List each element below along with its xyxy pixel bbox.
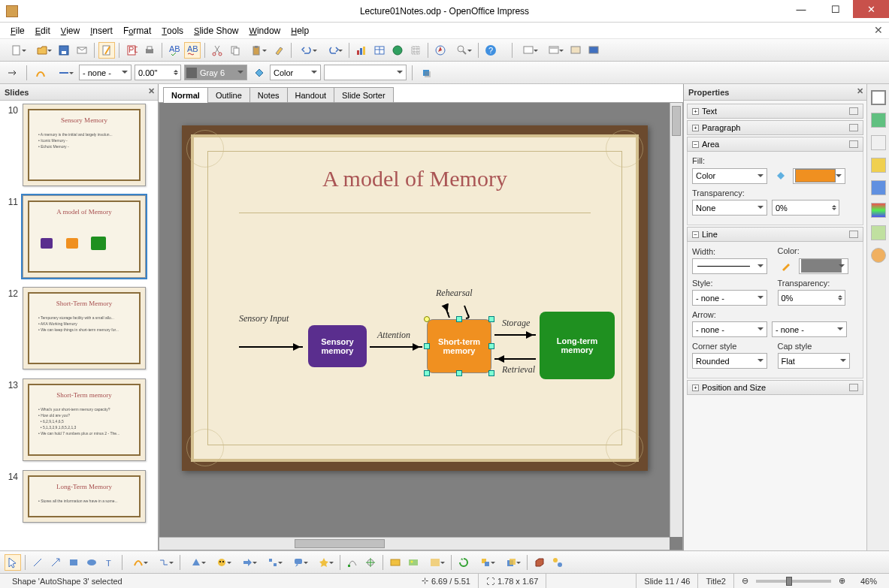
box-short-term-memory[interactable]: Short-term memory [427,319,491,373]
resize-handle-sw[interactable] [424,370,430,376]
zoom-thumb[interactable] [786,577,792,586]
sidetab-navigator[interactable] [871,225,886,240]
callout-tool[interactable] [286,554,310,571]
format-paintbrush-button[interactable] [271,42,287,59]
arrow-input[interactable] [239,346,303,348]
hyperlink-button[interactable] [389,42,406,59]
help-button[interactable]: ? [482,42,499,59]
transparency-value-spinner[interactable]: 0% [772,200,839,216]
export-pdf-button[interactable]: PDF [123,42,140,59]
zoom-percent[interactable]: 46% [853,574,884,588]
redo-button[interactable] [321,42,345,59]
zoom-slider[interactable] [756,580,831,583]
menu-window[interactable]: Window [244,24,285,38]
box-long-term-memory[interactable]: Long-term memory [540,312,615,379]
shadow-button[interactable] [418,65,434,81]
arrow-right-select[interactable]: - none - [772,321,847,337]
maximize-button[interactable]: ☐ [818,0,853,18]
sidetab-styles[interactable] [871,180,886,195]
ellipse-tool[interactable] [83,554,100,571]
line-width-spinner[interactable]: 0.00" [135,65,181,80]
area-fill-icon[interactable] [250,65,267,81]
edit-file-button[interactable] [98,42,115,59]
box-sensory-memory[interactable]: Sensory memory [308,325,367,367]
stars-tool[interactable] [312,554,336,571]
fill-type-combo[interactable]: Color [270,65,321,80]
section-line[interactable]: −Line [687,227,863,242]
open-button[interactable] [30,42,54,59]
line-tool[interactable] [29,554,46,571]
symbol-shapes-tool[interactable] [210,554,234,571]
menu-slideshow[interactable]: Slide Show [189,24,243,38]
block-arrows-tool[interactable] [235,554,259,571]
sidetab-functions[interactable] [871,248,886,263]
slide-button[interactable] [516,42,540,59]
zoom-button[interactable] [450,42,474,59]
navigator-button[interactable] [432,42,449,59]
toolbar-overflow-2[interactable] [603,42,611,59]
tab-normal[interactable]: Normal [163,87,208,103]
copy-button[interactable] [227,42,243,59]
tab-handout[interactable]: Handout [287,87,335,103]
close-document-button[interactable]: ✕ [874,24,883,36]
close-slides-panel[interactable]: ✕ [148,86,155,96]
arrow-style-button[interactable] [5,65,21,81]
text-tool[interactable]: T [101,554,118,571]
line-color-icon[interactable] [32,65,49,81]
menu-help[interactable]: Help [286,24,313,38]
interaction-tool[interactable] [549,554,566,571]
more-icon[interactable] [849,384,858,391]
rotate-tool[interactable] [455,554,472,571]
canvas-hscroll[interactable] [159,537,670,550]
sidetab-master-pages[interactable] [871,113,886,128]
section-text[interactable]: +Text [687,104,863,119]
more-icon[interactable] [849,140,858,148]
slide-canvas[interactable]: A model of Memory Sensory Input Sensory … [159,102,683,550]
arrow-tool[interactable] [47,554,64,571]
slides-thumbnails[interactable]: 10 Sensory Memory• A memory is the initi… [0,101,158,550]
save-button[interactable] [56,42,72,59]
line-color-select[interactable] [799,258,848,274]
connector-tool[interactable] [152,554,176,571]
arrow-retrieval[interactable] [494,358,536,360]
fontwork-tool[interactable] [387,554,404,571]
line-style-combo[interactable]: - none - [79,65,132,80]
bucket-icon[interactable] [772,167,788,184]
zoom-in-button[interactable]: ⊕ [839,576,845,586]
resize-handle-se[interactable] [488,370,494,376]
autospell-button[interactable]: ABC [184,42,201,59]
sidetab-slide-transition[interactable] [871,158,886,173]
basic-shapes-tool[interactable] [184,554,208,571]
arrow-storage[interactable] [494,334,536,336]
alignment-tool[interactable] [473,554,497,571]
vscroll-thumb[interactable] [672,106,681,136]
slide-thumb-12[interactable]: Short-Term Memory• Temporary storage fac… [23,287,146,369]
cap-select[interactable]: Flat [778,353,850,369]
gluepoints-tool[interactable] [362,554,379,571]
tab-outline[interactable]: Outline [207,87,250,103]
slide-thumb-13[interactable]: Short-Term memory• What's your short-ter… [23,378,146,461]
line-trans-spinner[interactable]: 0% [778,290,845,306]
tab-slidesorter[interactable]: Slide Sorter [334,87,393,103]
menu-insert[interactable]: Insert [86,24,117,38]
extrusion-tool[interactable] [531,554,548,571]
zoom-out-button[interactable]: ⊖ [742,576,748,586]
section-paragraph[interactable]: +Paragraph [687,120,863,135]
menu-format[interactable]: Format [119,24,156,38]
print-button[interactable] [141,42,158,59]
resize-handle-s[interactable] [456,370,462,376]
pencil-icon[interactable] [778,258,794,274]
new-button[interactable] [5,42,29,59]
slide-thumb-11[interactable]: A model of Memory [23,195,146,278]
toolbar-overflow[interactable] [500,42,508,59]
zoom-controls[interactable]: ⊖ ⊕ [734,574,853,588]
points-tool[interactable] [344,554,361,571]
tab-notes[interactable]: Notes [249,87,288,103]
sidetab-properties[interactable] [871,90,886,105]
line-style-select[interactable]: - none - [692,290,767,306]
menu-tools[interactable]: Tools [157,24,188,38]
chart-button[interactable] [353,42,370,59]
fill-color-select[interactable] [793,168,845,184]
more-icon[interactable] [849,107,858,115]
sidetab-gallery[interactable] [871,203,886,218]
